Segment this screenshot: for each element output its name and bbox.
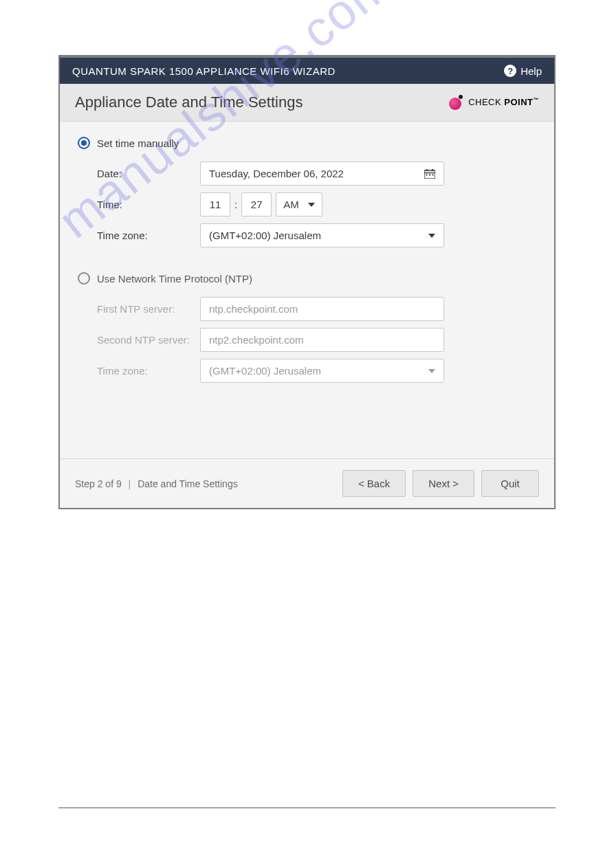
step-info: Step 2 of 9 | Date and Time Settings <box>75 478 238 489</box>
chevron-down-icon <box>428 234 435 238</box>
date-input[interactable]: Tuesday, December 06, 2022 <box>200 162 444 186</box>
radio-ntp[interactable] <box>78 272 90 285</box>
calendar-icon <box>424 169 435 179</box>
ampm-select[interactable]: AM <box>276 192 322 216</box>
ntp-second-label: Second NTP server: <box>97 334 200 346</box>
tz-manual-row: Time zone: (GMT+02:00) Jerusalem <box>78 223 536 247</box>
radio-ntp-row: Use Network Time Protocol (NTP) <box>78 272 536 285</box>
checkpoint-logo: CHECK POINT™ <box>449 95 539 110</box>
ntp-first-input[interactable]: ntp.checkpoint.com <box>200 297 444 321</box>
back-button[interactable]: < Back <box>342 470 406 497</box>
ampm-value: AM <box>283 199 299 210</box>
wizard-header: QUANTUM SPARK 1500 APPLIANCE WIFI6 WIZAR… <box>60 58 554 84</box>
svg-rect-4 <box>426 174 428 175</box>
page-heading: Appliance Date and Time Settings <box>75 93 303 111</box>
wizard-title: QUANTUM SPARK 1500 APPLIANCE WIFI6 WIZAR… <box>72 65 336 77</box>
help-icon: ? <box>504 65 516 77</box>
radio-manual[interactable] <box>78 137 90 149</box>
wizard-content: Set time manually Date: Tuesday, Decembe… <box>60 122 554 458</box>
tz-manual-select[interactable]: (GMT+02:00) Jerusalem <box>200 223 444 247</box>
tz-ntp-row: Time zone: (GMT+02:00) Jerusalem <box>78 359 536 383</box>
svg-rect-2 <box>426 169 428 171</box>
step-counter: Step 2 of 9 <box>75 478 122 489</box>
ntp-first-label: First NTP server: <box>97 303 200 315</box>
chevron-down-icon <box>308 203 315 207</box>
time-colon: : <box>234 199 237 210</box>
next-button[interactable]: Next > <box>413 470 474 497</box>
chevron-down-icon <box>428 369 435 373</box>
title-bar: Appliance Date and Time Settings CHECK P… <box>60 84 554 122</box>
step-title: Date and Time Settings <box>138 478 238 489</box>
minute-input[interactable]: 27 <box>241 192 272 216</box>
date-label: Date: <box>97 168 200 179</box>
wizard-footer: Step 2 of 9 | Date and Time Settings < B… <box>60 458 554 508</box>
tz-manual-value: (GMT+02:00) Jerusalem <box>209 230 321 241</box>
tz-ntp-label: Time zone: <box>97 365 200 377</box>
ntp-second-input[interactable]: ntp2.checkpoint.com <box>200 328 444 352</box>
svg-rect-6 <box>432 174 434 175</box>
date-row: Date: Tuesday, December 06, 2022 <box>78 162 536 186</box>
tz-ntp-value: (GMT+02:00) Jerusalem <box>209 365 321 377</box>
ntp-second-value: ntp2.checkpoint.com <box>209 334 304 346</box>
hour-input[interactable]: 11 <box>200 192 230 216</box>
radio-ntp-label: Use Network Time Protocol (NTP) <box>97 273 252 285</box>
logo-text-bold: POINT <box>504 98 533 108</box>
step-divider: | <box>129 478 131 489</box>
time-row: Time: 11 : 27 AM <box>78 192 536 216</box>
logo-trademark: ™ <box>534 97 540 103</box>
tz-manual-label: Time zone: <box>97 230 200 241</box>
date-value: Tuesday, December 06, 2022 <box>209 168 344 179</box>
help-link[interactable]: ? Help <box>504 65 542 77</box>
logo-text-thin: CHECK <box>468 98 504 108</box>
page-rule <box>58 808 556 808</box>
wizard-panel: QUANTUM SPARK 1500 APPLIANCE WIFI6 WIZAR… <box>58 55 556 509</box>
quit-button[interactable]: Quit <box>481 470 539 497</box>
tz-ntp-select[interactable]: (GMT+02:00) Jerusalem <box>200 359 444 383</box>
ntp-second-row: Second NTP server: ntp2.checkpoint.com <box>78 328 536 352</box>
logo-icon <box>449 95 464 110</box>
ntp-first-value: ntp.checkpoint.com <box>209 303 298 315</box>
ntp-first-row: First NTP server: ntp.checkpoint.com <box>78 297 536 321</box>
time-label: Time: <box>97 199 200 210</box>
radio-manual-label: Set time manually <box>97 137 179 149</box>
radio-manual-row: Set time manually <box>78 137 536 149</box>
svg-rect-5 <box>429 174 430 175</box>
svg-rect-3 <box>432 169 433 171</box>
help-label: Help <box>520 65 542 77</box>
